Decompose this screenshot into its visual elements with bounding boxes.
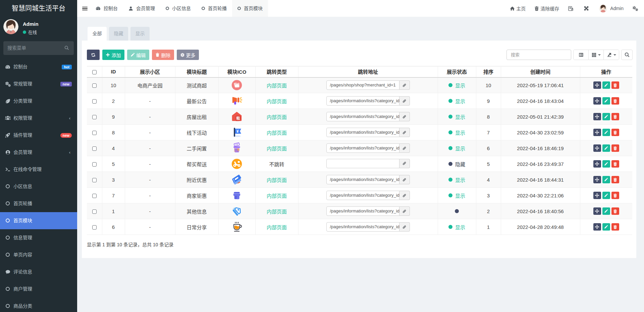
svg-text:¥: ¥ (236, 129, 239, 134)
svg-text:租: 租 (236, 116, 240, 120)
svg-text:二手: 二手 (234, 148, 240, 152)
